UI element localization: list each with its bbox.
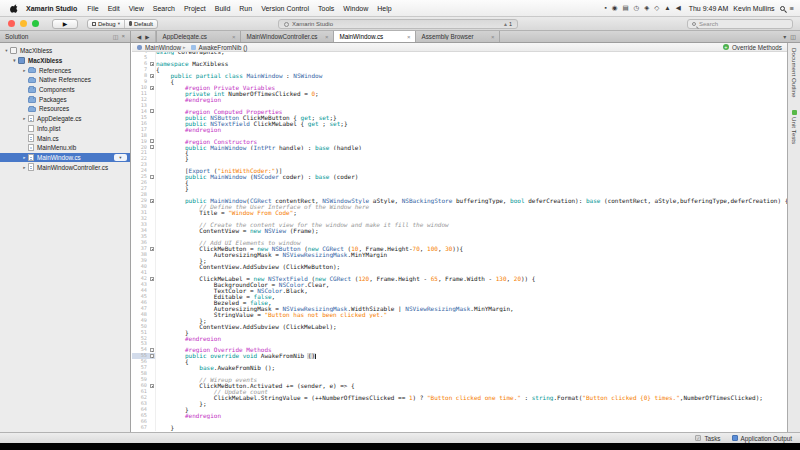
breadcrumb-class[interactable]: MainWindow — [145, 44, 181, 51]
tree-item-references[interactable]: ▸References — [0, 65, 130, 75]
tree-item-label: Resources — [39, 105, 69, 112]
application-output-icon — [732, 435, 738, 441]
project-icon — [18, 57, 25, 64]
tree-item-main-cs[interactable]: Main.cs — [0, 133, 130, 143]
tree-item-resources[interactable]: Resources — [0, 104, 130, 114]
navigate-back-icon[interactable]: ◀ — [137, 34, 141, 40]
file-cs-icon — [28, 134, 34, 142]
disclosure-down-icon[interactable]: ▾ — [11, 58, 18, 63]
tree-item-macxibless[interactable]: ▾MacXibless — [0, 46, 130, 56]
tab-close-icon[interactable]: × — [407, 34, 411, 40]
disclosure-right-icon[interactable]: ▸ — [21, 68, 28, 73]
dock-pad-icon[interactable]: ◫ — [113, 33, 119, 40]
breadcrumb-method[interactable]: AwakeFromNib () — [199, 44, 248, 51]
window-minimize-button[interactable] — [20, 20, 27, 27]
window-close-button[interactable] — [8, 20, 15, 27]
menu-app-name[interactable]: Xamarin Studio — [26, 5, 77, 12]
selected-item-menu-button[interactable]: ▾ — [114, 154, 127, 161]
fold-collapse-icon[interactable] — [150, 139, 154, 143]
tab-list-chevron-icon[interactable]: ▾ — [783, 33, 786, 40]
menu-clock[interactable]: Thu 9:49 AM — [689, 5, 729, 12]
window-zoom-button[interactable] — [32, 20, 39, 27]
tab-label: Assembly Browser — [421, 33, 486, 40]
gear-status-icon[interactable]: ◉ — [612, 4, 618, 12]
application-output-pad-button[interactable]: Application Output — [732, 435, 792, 442]
tab-assembly-browser[interactable]: Assembly Browser× — [416, 31, 500, 42]
tree-item-info-plist[interactable]: Info.plist — [0, 124, 130, 134]
file-cs-icon — [28, 154, 34, 162]
navigate-forward-icon[interactable]: ▶ — [145, 34, 149, 40]
override-methods-button[interactable]: + Override Methods — [723, 44, 782, 51]
apple-logo-icon[interactable] — [10, 4, 19, 13]
fold-collapse-icon[interactable] — [150, 109, 154, 113]
code-editor[interactable]: 4using CoreGraphics;56namespace MacXible… — [132, 52, 787, 432]
file-icon — [28, 125, 34, 133]
folder-icon — [28, 87, 36, 93]
fold-collapse-icon[interactable] — [150, 199, 154, 203]
warning-indicator[interactable]: ▲ 1 — [503, 21, 512, 27]
disclosure-right-icon[interactable]: ▸ — [21, 155, 28, 160]
menu-search[interactable]: Search — [153, 5, 175, 12]
tree-item-packages[interactable]: Packages — [0, 94, 130, 104]
tree-item-label: AppDelegate.cs — [37, 115, 81, 122]
keyboard-status-icon[interactable]: ◈ — [644, 4, 649, 12]
tab-appdelegate-cs[interactable]: AppDelegate.cs× — [156, 31, 241, 42]
tree-item-mainmenu-xib[interactable]: MainMenu.xib — [0, 143, 130, 153]
disclosure-right-icon[interactable]: ▸ — [21, 116, 28, 121]
tab-mainwindowcontroller-cs[interactable]: MainWindowController.cs× — [241, 31, 334, 42]
tree-item-macxibless[interactable]: ▾MacXibless — [0, 56, 130, 66]
display-status-icon[interactable]: ▤ — [622, 4, 628, 12]
disclosure-down-icon[interactable]: ▾ — [3, 48, 10, 53]
fold-collapse-icon[interactable] — [150, 247, 154, 251]
tree-item-native-references[interactable]: Native References — [0, 75, 130, 85]
device-selector[interactable]: Default — [124, 20, 157, 28]
fold-collapse-icon[interactable] — [150, 145, 154, 149]
menu-run[interactable]: Run — [239, 5, 252, 12]
tree-item-appdelegate-cs[interactable]: ▸AppDelegate.cs — [0, 114, 130, 124]
close-pad-icon[interactable]: × — [121, 33, 125, 40]
search-input[interactable]: Search — [687, 19, 793, 29]
fold-collapse-icon[interactable] — [150, 277, 154, 281]
fold-collapse-icon[interactable] — [150, 74, 154, 78]
tree-item-mainwindow-cs[interactable]: ▸MainWindow.cs▾ — [0, 153, 130, 163]
run-button[interactable]: ▶ — [52, 19, 78, 29]
notification-center-icon[interactable]: ≡ — [790, 4, 794, 13]
volume-icon[interactable]: ◀ — [676, 4, 681, 12]
tree-item-components[interactable]: Components — [0, 85, 130, 95]
pad-tab-document-outline[interactable]: Document Outline — [791, 48, 798, 98]
menu-user-name[interactable]: Kevin Mullins — [733, 5, 774, 12]
tree-item-mainwindowcontroller-cs[interactable]: ▸MainWindowController.cs — [0, 162, 130, 172]
fold-collapse-icon[interactable] — [150, 86, 154, 90]
tab-mainwindow-cs[interactable]: MainWindow.cs× — [334, 31, 416, 42]
fold-collapse-icon[interactable] — [150, 62, 154, 66]
tab-close-icon[interactable]: × — [491, 34, 495, 40]
spotlight-search-icon[interactable] — [780, 6, 785, 11]
eject-icon[interactable]: ▲ — [664, 4, 670, 12]
menu-tools[interactable]: Tools — [318, 5, 334, 12]
fold-collapse-icon[interactable] — [150, 348, 154, 352]
menu-version-control[interactable]: Version Control — [261, 5, 309, 12]
tab-close-icon[interactable]: × — [325, 34, 329, 40]
fold-collapse-icon[interactable] — [150, 384, 154, 388]
fold-collapse-icon[interactable] — [150, 354, 154, 358]
file-xib-icon — [28, 144, 34, 152]
status-app-icon — [284, 22, 289, 27]
menu-project[interactable]: Project — [184, 5, 206, 12]
tasks-pad-button[interactable]: ✓ Tasks — [695, 435, 720, 442]
menu-view[interactable]: View — [129, 5, 144, 12]
fold-collapse-icon[interactable] — [150, 175, 154, 179]
airport-icon[interactable]: ◇ — [654, 4, 659, 12]
time-machine-icon[interactable]: ◷ — [634, 4, 640, 12]
menu-edit[interactable]: Edit — [108, 5, 120, 12]
menu-file[interactable]: File — [87, 5, 98, 12]
configuration-selector[interactable]: Debug ▾ — [88, 20, 124, 28]
pad-tab-unit-tests[interactable]: Unit Tests — [791, 110, 798, 144]
pad-tab-label: Document Outline — [791, 48, 798, 98]
tab-overflow-icon[interactable]: ◫ — [790, 33, 796, 40]
disclosure-right-icon[interactable]: ▸ — [21, 165, 28, 170]
app-status-icon[interactable]: ▪ — [604, 4, 606, 12]
menu-window[interactable]: Window — [343, 5, 368, 12]
menu-build[interactable]: Build — [215, 5, 231, 12]
tab-close-icon[interactable]: × — [232, 34, 236, 40]
menu-help[interactable]: Help — [377, 5, 391, 12]
